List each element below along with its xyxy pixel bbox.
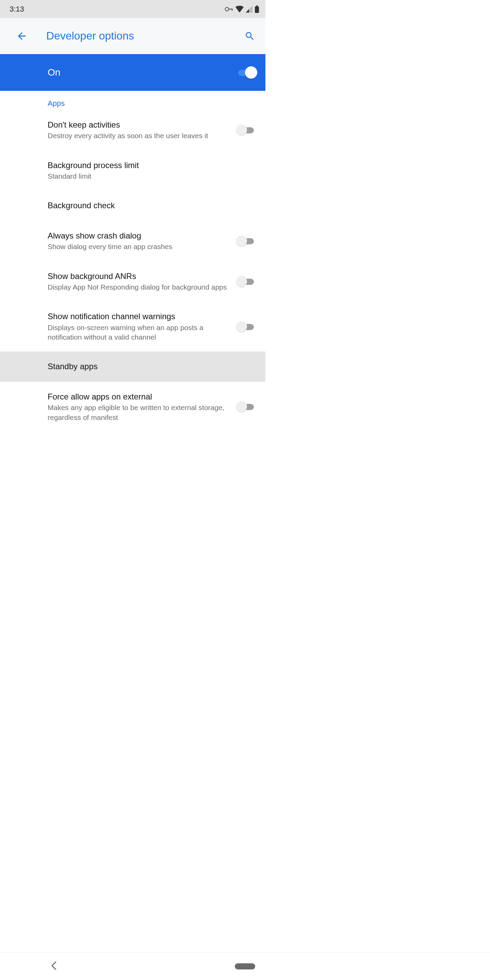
row-notif-channel-warnings[interactable]: Show notification channel warnings Displ… [0,301,266,352]
master-toggle-label: On [48,67,236,78]
row-dont-keep-activities[interactable]: Don't keep activities Destroy every acti… [0,110,266,150]
toggle-switch[interactable] [236,321,256,333]
svg-rect-2 [232,8,232,11]
row-title: Background check [48,200,250,211]
search-icon [244,30,255,41]
svg-rect-4 [256,5,258,7]
row-background-check[interactable]: Background check [0,191,266,221]
row-title: Show background ANRs [48,271,230,282]
row-subtitle: Makes any app eligible to be written to … [48,403,230,422]
page-title: Developer options [46,30,242,42]
row-crash-dialog[interactable]: Always show crash dialog Show dialog eve… [0,221,266,261]
row-subtitle: Destroy every activity as soon as the us… [48,131,230,140]
row-title: Background process limit [48,160,250,171]
section-header-apps: Apps [0,91,266,110]
svg-point-0 [225,7,229,11]
row-title: Standby apps [48,361,250,372]
toggle-switch[interactable] [236,275,256,288]
vpn-key-icon [224,7,234,11]
status-icons [224,5,259,13]
toggle-switch[interactable] [236,235,256,247]
row-subtitle: Display App Not Responding dialog for ba… [48,282,230,292]
row-subtitle: Standard limit [48,172,250,181]
row-title: Show notification channel warnings [48,311,230,322]
wifi-icon [235,6,243,13]
app-bar: Developer options [0,18,266,54]
row-force-allow-external[interactable]: Force allow apps on external Makes any a… [0,382,266,432]
row-title: Force allow apps on external [48,391,230,402]
row-title: Always show crash dialog [48,231,230,241]
master-toggle-switch[interactable] [236,66,256,79]
master-toggle-row[interactable]: On [0,54,266,91]
status-bar: 3:13 [0,0,266,18]
settings-list-scroll[interactable]: On Apps Don't keep activities Destroy ev… [0,54,266,503]
row-standby-apps[interactable]: Standby apps [0,352,266,382]
row-bg-anrs[interactable]: Show background ANRs Display App Not Res… [0,261,266,302]
search-button[interactable] [242,29,257,43]
battery-icon [255,5,259,13]
arrow-back-icon [16,30,27,42]
svg-rect-3 [255,6,259,13]
cell-signal-icon [246,6,253,13]
row-subtitle: Displays on-screen warning when an app p… [48,323,230,342]
toggle-switch[interactable] [236,401,256,413]
row-subtitle: Show dialog every time an app crashes [48,242,230,251]
settings-list: Don't keep activities Destroy every acti… [0,110,266,432]
back-button[interactable] [14,28,30,44]
row-bg-process-limit[interactable]: Background process limit Standard limit [0,150,266,191]
row-title: Don't keep activities [48,119,230,130]
status-time: 3:13 [10,5,24,14]
toggle-switch[interactable] [236,124,256,136]
